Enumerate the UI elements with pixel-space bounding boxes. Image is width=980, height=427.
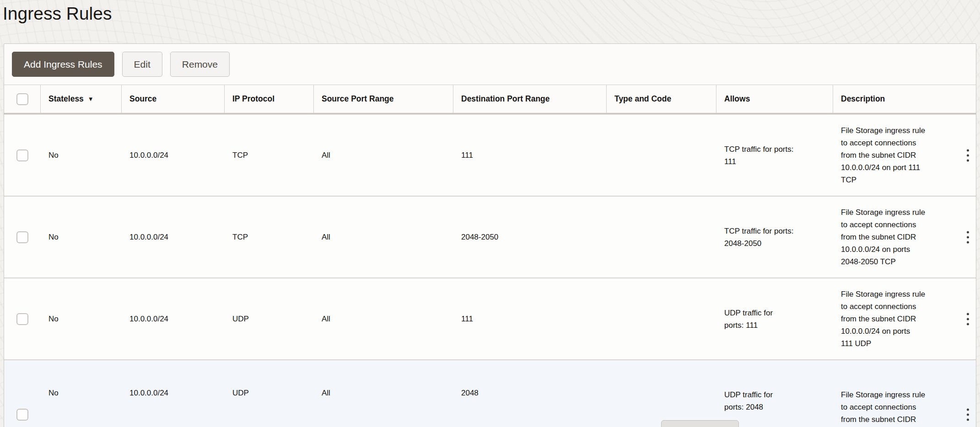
ingress-rules-table: Stateless ▼ Source IP Protocol Source Po… [4,85,976,427]
add-ingress-rules-button[interactable]: Add Ingress Rules [12,52,114,77]
column-header-label: Stateless [48,94,84,104]
table-row: No 10.0.0.0/24 TCP All 111 TCP traffic f… [4,114,976,196]
cell-allows: UDP traffic for ports: 2048 [716,360,833,427]
description-text: File Storage ingress rule to accept conn… [841,124,925,186]
row-actions-kebab-icon[interactable] [965,228,971,246]
row-checkbox[interactable] [16,409,28,421]
cell-type-and-code [607,115,716,196]
cell-source: 10.0.0.0/24 [122,197,225,278]
cell-stateless: No [41,197,122,278]
column-header-stateless[interactable]: Stateless ▼ [41,85,122,113]
select-all-checkbox[interactable] [16,93,28,105]
checkbox-cell [4,360,41,427]
description-text: File Storage ingress rule to accept conn… [841,389,925,427]
row-checkbox[interactable] [16,149,28,161]
column-header-type-and-code: Type and Code [607,85,716,113]
cell-type-and-code [607,360,716,427]
cell-allows: TCP traffic for ports: 2048-2050 [716,197,833,278]
page-title: Ingress Rules [3,4,112,24]
cell-description: File Storage ingress rule to accept conn… [833,115,976,196]
table-row: No 10.0.0.0/24 UDP All 2048 UDP traffic … [4,359,976,427]
checkbox-cell [4,278,41,359]
column-header-allows: Allows [716,85,833,113]
checkbox-cell [4,197,41,278]
row-actions-kebab-icon[interactable] [965,406,971,424]
cell-description: File Storage ingress rule to accept conn… [833,278,976,359]
cell-ip-protocol: UDP [225,278,314,359]
contact-help-desk-button[interactable]: Contact help desk [661,420,739,427]
checkbox-cell [4,115,41,196]
cell-ip-protocol: TCP [225,115,314,196]
column-header-description: Description [833,85,976,113]
column-header-source-port-range: Source Port Range [314,85,453,113]
sort-desc-icon: ▼ [88,96,94,102]
column-header-destination-port-range: Destination Port Range [453,85,607,113]
cell-destination-port-range: 2048 [453,360,607,427]
remove-button[interactable]: Remove [170,52,230,77]
cell-ip-protocol: UDP [225,360,314,427]
toolbar: Add Ingress Rules Edit Remove [4,44,976,85]
cell-stateless: No [41,278,122,359]
cell-ip-protocol: TCP [225,197,314,278]
cell-source-port-range: All [314,278,453,359]
row-actions-kebab-icon[interactable] [965,146,971,164]
cell-source: 10.0.0.0/24 [122,360,225,427]
cell-source: 10.0.0.0/24 [122,115,225,196]
ingress-rules-panel: Add Ingress Rules Edit Remove Stateless … [4,43,976,427]
cell-destination-port-range: 111 [453,115,607,196]
cell-stateless: No [41,115,122,196]
cell-type-and-code [607,197,716,278]
description-text: File Storage ingress rule to accept conn… [841,288,925,350]
cell-allows: TCP traffic for ports: 111 [716,115,833,196]
cell-allows: UDP traffic for ports: 111 [716,278,833,359]
cell-type-and-code [607,278,716,359]
table-row: No 10.0.0.0/24 UDP All 111 UDP traffic f… [4,278,976,359]
cell-destination-port-range: 111 [453,278,607,359]
cell-destination-port-range: 2048-2050 [453,197,607,278]
cell-description: File Storage ingress rule to accept conn… [833,360,976,427]
table-header: Stateless ▼ Source IP Protocol Source Po… [4,85,976,114]
row-checkbox[interactable] [16,231,28,243]
cell-source: 10.0.0.0/24 [122,278,225,359]
cell-source-port-range: All [314,197,453,278]
table-row: No 10.0.0.0/24 TCP All 2048-2050 TCP tra… [4,196,976,278]
cell-description: File Storage ingress rule to accept conn… [833,197,976,278]
header-checkbox-cell [4,85,41,113]
row-actions-kebab-icon[interactable] [965,310,971,328]
column-header-source: Source [122,85,225,113]
cell-stateless: No [41,360,122,427]
row-checkbox[interactable] [16,313,28,325]
column-header-ip-protocol: IP Protocol [225,85,314,113]
cell-source-port-range: All [314,360,453,427]
edit-button[interactable]: Edit [122,52,162,77]
description-text: File Storage ingress rule to accept conn… [841,206,925,268]
cell-source-port-range: All [314,115,453,196]
